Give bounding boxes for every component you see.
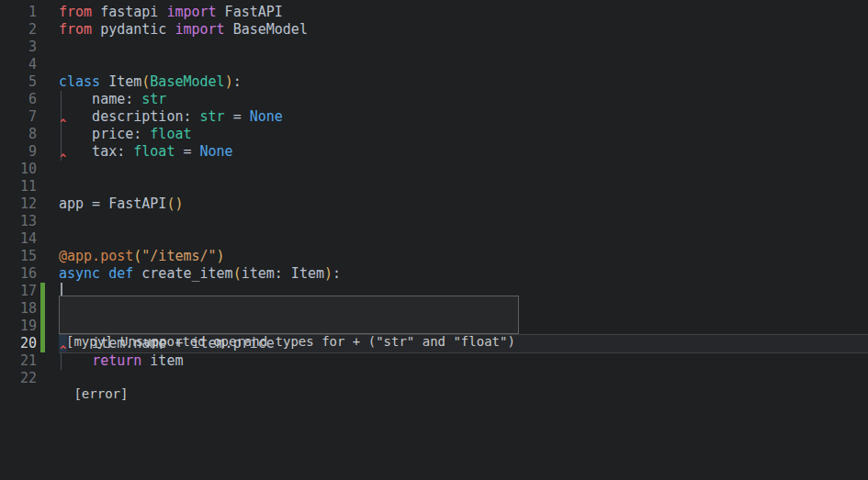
code-text[interactable]: from fastapi import FastAPI [59, 4, 868, 21]
code-text[interactable]: async def create_item(item: Item): [59, 265, 868, 283]
gutter-sign [37, 161, 59, 178]
token: None [250, 108, 283, 125]
token: def [108, 265, 133, 282]
line-number: 1 [0, 4, 37, 21]
token: create_item [133, 265, 232, 282]
token: async [59, 265, 100, 282]
code-line: 7 description: str = None^ [0, 108, 868, 126]
code-line: 2from pydantic import BaseModel [0, 21, 868, 39]
gutter-sign [37, 230, 59, 248]
editor: 1from fastapi import FastAPI2from pydant… [0, 0, 868, 480]
gutter-sign [37, 21, 59, 39]
token: import [175, 21, 224, 38]
gutter-sign [37, 73, 59, 91]
token: tax: [59, 143, 133, 160]
token: description: [59, 108, 200, 125]
gutter-sign [37, 39, 59, 56]
line-number: 6 [0, 91, 37, 108]
code-text[interactable] [59, 161, 868, 178]
line-number: 7 [0, 108, 37, 126]
line-number: 22 [0, 370, 37, 387]
token: ) [217, 248, 225, 264]
gutter-sign [37, 370, 59, 387]
code-line: 4 [0, 56, 868, 73]
token: BaseModel [150, 73, 224, 90]
code-text[interactable]: price: float [59, 126, 868, 143]
token: str [141, 91, 166, 107]
line-number: 16 [0, 265, 37, 283]
code-text[interactable]: class Item(BaseModel): [59, 73, 868, 91]
gutter-sign [37, 91, 59, 108]
line-number: 5 [0, 73, 37, 91]
token: ) [324, 265, 333, 282]
code-text[interactable]: name: str [59, 91, 868, 108]
line-number: 21 [0, 352, 37, 370]
code-line: 16async def create_item(item: Item): [0, 265, 868, 283]
token: float [133, 143, 175, 160]
line-number: 9 [0, 143, 37, 161]
code-line: 13 [0, 213, 868, 230]
code-line: 8 price: float [0, 126, 868, 143]
gutter-sign [37, 352, 59, 370]
token: Item [100, 73, 141, 90]
line-number: 3 [0, 39, 37, 56]
code-line: 11 [0, 178, 868, 195]
gutter-sign [37, 195, 59, 213]
gutter-sign [37, 213, 59, 230]
code-line: 5class Item(BaseModel): [0, 73, 868, 91]
code-line: 10 [0, 161, 868, 178]
token [100, 265, 108, 282]
line-number: 18 [0, 300, 37, 318]
token: app = FastAPI [59, 195, 166, 212]
gutter-sign [37, 4, 59, 21]
code-line: 9 tax: float = None^ [0, 143, 868, 161]
gutter-sign [37, 248, 59, 265]
gutter-sign [37, 265, 59, 283]
gutter-sign-added [37, 300, 59, 318]
line-number: 8 [0, 126, 37, 143]
token: fastapi [92, 4, 166, 20]
code-text[interactable] [59, 39, 868, 56]
code-text[interactable]: app = FastAPI() [59, 195, 868, 213]
token: str [200, 108, 225, 125]
indent-guide [61, 91, 62, 108]
code-text[interactable] [59, 230, 868, 248]
token: FastAPI [217, 4, 283, 20]
code-text[interactable]: tax: float = None^ [59, 143, 868, 161]
gutter-sign-added [37, 283, 59, 300]
code-text[interactable] [59, 213, 868, 230]
token: : [233, 73, 242, 90]
token: "/items/" [141, 248, 216, 264]
token: BaseModel [225, 21, 308, 38]
code-line: 1from fastapi import FastAPI [0, 4, 868, 21]
gutter-sign-added [37, 335, 59, 352]
code-line: 15@app.post("/items/") [0, 248, 868, 265]
gutter-sign [37, 108, 59, 126]
diagnostic-caret-icon: ^ [60, 118, 66, 130]
code-text[interactable] [59, 178, 868, 195]
code-text[interactable]: description: str = None^ [59, 108, 868, 126]
token: price: [59, 126, 150, 142]
token: pydantic [92, 21, 175, 38]
line-number: 14 [0, 230, 37, 248]
token: from [59, 21, 92, 38]
line-number: 10 [0, 161, 37, 178]
gutter-sign [37, 143, 59, 161]
tooltip-severity: [error] [66, 385, 518, 403]
token: : [333, 265, 341, 282]
gutter-sign-added [37, 318, 59, 335]
token: item: Item [242, 265, 324, 282]
code-line: 12app = FastAPI() [0, 195, 868, 213]
line-number: 17 [0, 283, 37, 300]
diagnostic-caret-icon: ^ [60, 153, 66, 165]
code-text[interactable]: from pydantic import BaseModel [59, 21, 868, 39]
code-text[interactable]: @app.post("/items/") [59, 248, 868, 265]
line-number: 12 [0, 195, 37, 213]
gutter-sign [37, 126, 59, 143]
token: ( [233, 265, 242, 282]
code-line: 6 name: str [0, 91, 868, 108]
code-text[interactable] [59, 56, 868, 73]
token: from [59, 4, 92, 20]
token: ) [225, 73, 233, 90]
line-number: 4 [0, 56, 37, 73]
